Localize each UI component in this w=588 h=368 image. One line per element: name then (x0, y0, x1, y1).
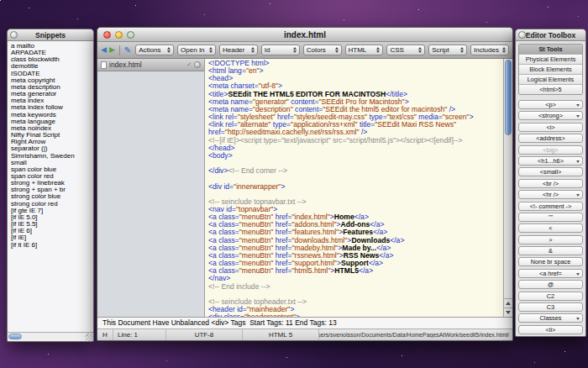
snippets-title: Snippets (8, 31, 93, 39)
window-title: index.html (97, 30, 512, 39)
toolbox-button[interactable]: "" (518, 213, 583, 222)
arrow-up-icon (506, 302, 511, 305)
toolbox-tab[interactable]: Block Elements (519, 65, 582, 75)
code-text-area[interactable]: <!DOCTYPE html><html lang="en"><head><me… (205, 59, 503, 317)
code-line: </div><!-- End corner --> (208, 167, 503, 175)
snippet-item[interactable]: [if lt IE 6] (8, 242, 93, 249)
toolbar-popup-html[interactable]: HTML (345, 45, 384, 55)
toolbox-button-label: <p> (545, 101, 556, 108)
code-line: <a class="menuBtn" href="html5.html">HTM… (208, 267, 503, 275)
toolbox-button[interactable]: <p> (518, 100, 583, 109)
popup-arrows-icon (335, 47, 339, 53)
toolbar-popup-header[interactable]: Header (219, 45, 258, 55)
toolbox-button[interactable]: <i> (518, 123, 583, 132)
toolbox-tab[interactable]: Logical Elements (519, 75, 582, 85)
snippets-horizontal-scrollbar[interactable] (8, 332, 93, 341)
toolbox-body: St ToolsPhysical ElementsBlock ElementsL… (516, 41, 585, 336)
chevron-down-icon (576, 273, 580, 276)
toolbox-button[interactable]: <hr /> (518, 190, 583, 199)
status-encoding: UTF-8 (166, 329, 243, 340)
tab-close-icon[interactable] (194, 61, 201, 68)
toolbox-button[interactable]: < (518, 223, 583, 233)
toolbox-tab[interactable]: St Tools (519, 45, 582, 55)
toolbox-button[interactable]: C3 (518, 302, 583, 312)
toolbox-button-label: <a href= (539, 270, 562, 277)
popup-label: Header (223, 46, 251, 54)
popup-arrows-icon (167, 47, 171, 53)
scrollbar-thumb[interactable] (505, 60, 512, 135)
main-toolbar: ◀ ▶ ✎ ActionsOpen InHeaderIdColorsHTMLCS… (97, 42, 512, 59)
snippets-titlebar[interactable]: Snippets (8, 29, 93, 41)
chevron-down-icon (576, 115, 580, 118)
popup-arrows-icon (418, 47, 422, 53)
scroll-down-button[interactable] (504, 308, 512, 317)
toolbar-popup-script[interactable]: Script (428, 45, 467, 55)
code-line: <html lang="en"> (208, 67, 503, 75)
toolbox-button[interactable]: <address> (518, 134, 583, 143)
toolbox-button-label: <strong> (538, 112, 563, 119)
file-tab-label: index.html (109, 60, 184, 69)
scroll-up-button[interactable] (504, 298, 512, 308)
window-titlebar[interactable]: index.html (97, 28, 512, 42)
toolbox-button-label: <br /> (543, 180, 559, 187)
toolbox-titlebar[interactable]: Editor Toolbox (516, 29, 585, 41)
toolbar-popup-includes[interactable]: Includes (470, 45, 509, 55)
toolbox-button-label: "" (549, 213, 553, 221)
toolbar-popup-actions[interactable]: Actions (135, 45, 174, 55)
toolbox-button[interactable]: <!- comment -> (518, 202, 583, 211)
popup-arrows-icon (293, 47, 297, 53)
code-line: <body> (208, 152, 503, 160)
toolbar-popup-open-in[interactable]: Open In (177, 45, 216, 55)
toolbox-button[interactable]: <small> (518, 167, 583, 176)
chevron-down-icon (576, 318, 580, 320)
chevron-down-icon (576, 194, 580, 197)
window-content: index.html ✓ <!DOCTYPE html><html lang="… (97, 59, 512, 317)
toolbox-button[interactable]: @ (518, 280, 583, 289)
status-bar: H Line: 1 UTF-8 HTML 5 /Users/svenolsson… (97, 329, 512, 340)
code-line: <!--[if IE]><script type="text/javascrip… (208, 137, 503, 145)
back-button[interactable]: ◀ (101, 46, 107, 54)
toolbox-tab[interactable]: <html>5 (519, 85, 582, 94)
toolbox-button-label: <small> (540, 168, 562, 176)
toolbox-button[interactable]: <li> (518, 325, 583, 334)
toolbox-button-label: <big> (543, 146, 558, 154)
toolbox-button[interactable]: & (518, 246, 583, 255)
toolbox-button-label: <li> (546, 326, 556, 334)
toolbox-button[interactable]: None br space (518, 257, 583, 266)
toolbox-tab[interactable]: Physical Elements (519, 55, 582, 65)
toolbox-button[interactable]: <big> (518, 145, 583, 155)
toolbox-button-group: <p><strong><i><address><big><h1...h6><sm… (518, 100, 583, 334)
file-list-pane: index.html ✓ (97, 59, 205, 317)
snippets-panel: Snippets a mailtoARPADATEclass blockwidt… (7, 29, 94, 342)
popup-label: Actions (139, 46, 167, 54)
toolbox-title: Editor Toolbox (516, 31, 585, 39)
toolbox-button[interactable]: <strong> (518, 111, 583, 120)
toolbox-button-label: < (549, 224, 552, 232)
popup-label: HTML (349, 46, 377, 54)
toolbox-button[interactable]: <a href= (518, 269, 583, 278)
popup-arrows-icon (502, 47, 506, 53)
toolbox-button[interactable]: > (518, 235, 583, 244)
resize-grip-icon[interactable] (86, 334, 93, 341)
toolbox-button[interactable]: <br /> (518, 179, 583, 188)
popup-arrows-icon (460, 47, 464, 53)
editor-window: index.html ◀ ▶ ✎ ActionsOpen InHeaderIdC… (97, 27, 513, 341)
popup-label: Includes (474, 46, 502, 54)
file-tab[interactable]: index.html ✓ (97, 59, 204, 71)
toolbar-popup-css[interactable]: CSS (386, 45, 425, 55)
popup-label: Open In (181, 46, 209, 54)
scrollbar-thumb[interactable] (8, 334, 22, 339)
status-doctype: HTML 5 (243, 329, 319, 340)
toolbar-popup-id[interactable]: Id (261, 45, 300, 55)
pen-icon[interactable]: ✎ (124, 46, 131, 55)
code-editor: <!DOCTYPE html><html lang="en"><head><me… (205, 59, 512, 317)
toolbox-button-label: @ (548, 281, 554, 288)
toolbox-button[interactable]: <h1...h6> (518, 156, 583, 166)
forward-button[interactable]: ▶ (109, 46, 115, 54)
code-line: <!-- End include --> (208, 283, 503, 291)
toolbox-button[interactable]: Classes (518, 313, 583, 323)
toolbar-popup-colors[interactable]: Colors (303, 45, 342, 55)
toolbox-button[interactable]: C2 (518, 292, 583, 301)
vertical-scrollbar[interactable] (503, 59, 512, 317)
toolbar-divider (119, 45, 120, 55)
